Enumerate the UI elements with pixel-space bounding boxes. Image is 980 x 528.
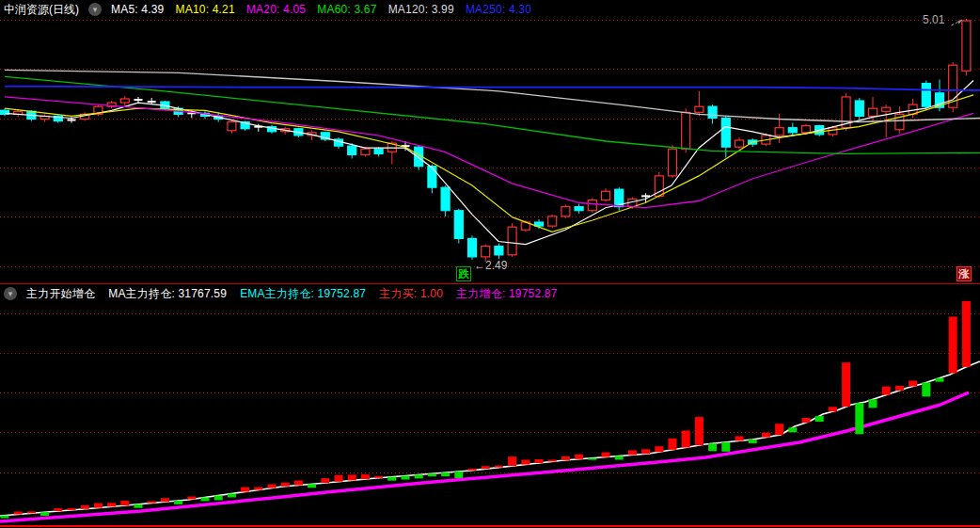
position-bar <box>254 488 262 490</box>
position-bar <box>909 381 917 387</box>
indicator-value-label: MA主力持仓: 31767.59 <box>108 286 227 302</box>
position-bar <box>454 472 463 478</box>
candle-body <box>922 84 930 107</box>
position-bar <box>775 424 783 435</box>
position-bar <box>829 407 837 411</box>
position-bar <box>548 459 557 461</box>
candle-body <box>708 106 717 118</box>
indicator-value-label: 主力增仓: 19752.87 <box>456 286 558 302</box>
position-bar <box>922 382 930 396</box>
collapse-sub-icon[interactable]: ▾ <box>4 287 17 300</box>
position-bar <box>174 501 182 504</box>
position-bar <box>588 458 596 460</box>
position-bar <box>374 476 383 478</box>
candle-body <box>482 247 490 257</box>
main-chart-header: 中润资源(日线) ▾ MA5: 4.39MA10: 4.21MA20: 4.05… <box>0 0 531 19</box>
stock-chart-app: 中润资源(日线) ▾ MA5: 4.39MA10: 4.21MA20: 4.05… <box>0 0 980 528</box>
position-bar <box>294 481 303 486</box>
candle-body <box>548 216 557 226</box>
position-bar <box>228 494 236 498</box>
position-bar <box>815 416 824 422</box>
ma-lines <box>5 70 980 244</box>
position-bar <box>561 456 570 460</box>
position-bar <box>495 466 503 468</box>
candle-body <box>602 191 610 200</box>
candle-body <box>454 211 463 239</box>
position-bar <box>214 495 223 500</box>
low-price-label: ←2.49 <box>474 260 507 272</box>
position-bar <box>575 455 583 459</box>
ma-labels: MA5: 4.39MA10: 4.21MA20: 4.05MA60: 3.67M… <box>111 3 531 16</box>
position-bar <box>134 504 143 508</box>
position-bar <box>615 456 624 459</box>
position-bar <box>802 418 811 423</box>
candle-body <box>495 247 503 255</box>
candle-body <box>561 207 570 216</box>
ma-value-label: MA20: 4.05 <box>246 3 306 16</box>
position-bar <box>721 442 730 452</box>
stock-title: 中润资源(日线) <box>4 2 79 18</box>
position-bar <box>241 488 249 492</box>
position-bar <box>602 453 610 457</box>
candle-body <box>441 187 450 211</box>
position-bar <box>161 498 169 502</box>
position-bar <box>708 443 717 451</box>
position-bar <box>308 484 316 488</box>
position-bar <box>628 450 637 455</box>
position-bar <box>962 301 971 367</box>
position-bar <box>201 497 210 501</box>
candle-body <box>855 101 863 116</box>
position-bar <box>441 472 450 476</box>
candle-body <box>788 128 797 133</box>
collapse-main-icon[interactable]: ▾ <box>88 3 102 16</box>
position-bar <box>468 469 477 471</box>
indicator-line <box>0 392 969 521</box>
position-bar <box>268 485 277 488</box>
candle-body <box>120 99 129 103</box>
position-bar <box>641 449 650 454</box>
candle-body <box>669 149 677 176</box>
candle-body <box>962 21 971 71</box>
position-bar <box>749 440 757 443</box>
position-bar <box>428 473 436 476</box>
position-bar <box>40 512 49 516</box>
ma-line-ma20 <box>5 97 973 208</box>
indicator-labels: 主力开始增仓MA主力持仓: 31767.59EMA主力持仓: 19752.87主… <box>26 286 558 302</box>
candle-body <box>869 108 877 116</box>
rise-tag: 涨 <box>956 266 972 281</box>
candle-body <box>775 128 783 136</box>
position-bar <box>94 504 103 508</box>
position-bar <box>882 387 891 395</box>
candle-body <box>508 227 516 255</box>
candle-body <box>695 106 703 112</box>
ma-value-label: MA5: 4.39 <box>111 3 165 16</box>
position-bar <box>535 459 544 463</box>
candle-body <box>735 140 744 147</box>
indicator-value-label: 主力开始增仓 <box>26 286 95 302</box>
position-bar <box>120 501 129 505</box>
candle-body <box>361 149 370 154</box>
ma-line-ma10 <box>5 95 973 232</box>
ma-line-ma5 <box>5 81 973 245</box>
position-bar <box>148 501 156 503</box>
indicator-line <box>0 361 980 516</box>
position-bar <box>54 508 62 511</box>
ma-value-label: MA60: 3.67 <box>317 3 376 16</box>
high-price-label: 5.01 <box>923 14 944 26</box>
position-bar <box>682 430 690 447</box>
candle-body <box>228 122 236 131</box>
position-bar <box>281 483 290 487</box>
position-bar <box>14 511 23 514</box>
position-bar <box>321 478 329 483</box>
position-bar <box>855 403 863 434</box>
candle-body <box>882 107 891 111</box>
candle-body <box>588 200 596 210</box>
position-bar <box>895 386 904 391</box>
candle-body <box>829 128 837 135</box>
position-bar <box>68 508 76 510</box>
indicator-panel <box>0 301 980 521</box>
position-bar <box>788 427 797 432</box>
position-bar <box>655 446 663 452</box>
position-bar <box>1 516 9 519</box>
candle-body <box>374 149 383 153</box>
